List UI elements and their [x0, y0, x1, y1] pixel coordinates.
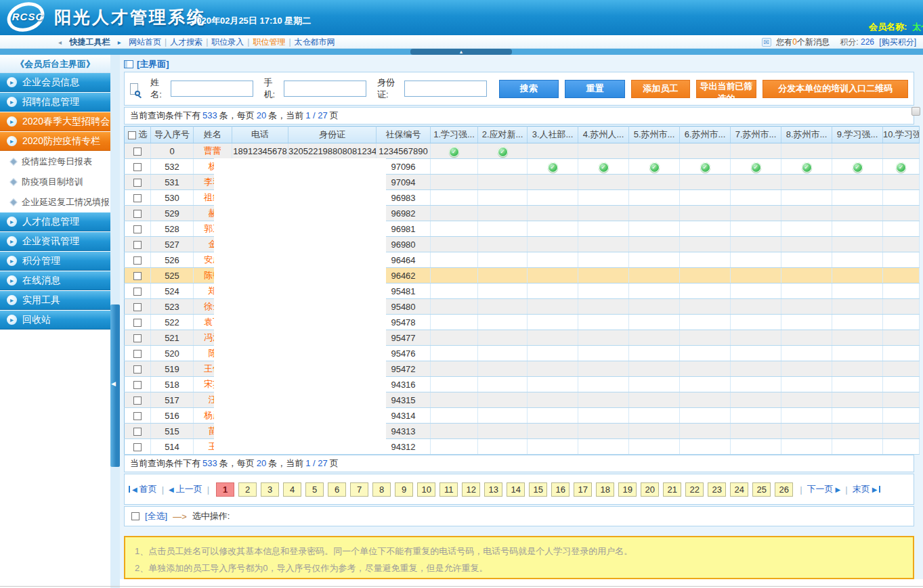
row-checkbox[interactable] [133, 163, 142, 171]
sidebar-item[interactable]: ▸企业会员信息 [0, 73, 110, 92]
sidebar-item[interactable]: ▸2020春季大型招聘会 [0, 112, 110, 131]
sidebar-collapse-handle[interactable]: ◀ [110, 304, 120, 467]
course-status-cell [528, 190, 578, 206]
row-checkbox[interactable] [133, 179, 142, 187]
row-checkbox[interactable] [133, 350, 142, 358]
page-button[interactable]: 26 [775, 482, 793, 497]
page-button[interactable]: 21 [663, 482, 681, 497]
tab-main[interactable]: [主界面] [124, 58, 169, 70]
page-button[interactable]: 25 [752, 482, 771, 497]
sidebar-item[interactable]: 企业延迟复工情况填报 [0, 192, 110, 212]
idcard-input[interactable] [404, 81, 487, 97]
row-checkbox[interactable] [133, 148, 142, 156]
nav-link[interactable]: 职位管理 [253, 37, 285, 47]
course-status-cell [431, 330, 478, 346]
page-button[interactable]: 17 [574, 482, 592, 497]
row-checkbox[interactable] [133, 412, 142, 420]
page-button[interactable]: 20 [641, 482, 659, 497]
row-checkbox[interactable] [133, 303, 142, 311]
employee-name-link[interactable]: 曹蕾 [204, 145, 221, 156]
page-button[interactable]: 23 [708, 482, 726, 497]
first-page-button[interactable]: ◀ 首页 [129, 483, 157, 495]
next-page-button[interactable]: 下一页 ▶ [807, 483, 841, 495]
reset-button[interactable]: 重置 [565, 80, 625, 98]
chevron-right-icon[interactable]: ▸ [118, 39, 121, 46]
course-status-cell [528, 143, 578, 159]
page-button[interactable]: 12 [462, 482, 480, 497]
page-button[interactable]: 1 [216, 482, 234, 497]
page-button[interactable]: 10 [417, 482, 435, 497]
nav-link[interactable]: 网站首页 [129, 37, 161, 47]
course-status-cell [832, 346, 883, 361]
course-status-cell [731, 330, 781, 346]
chevron-left-icon[interactable]: ◂ [58, 39, 62, 46]
sidebar-item[interactable]: ▸招聘信息管理 [0, 93, 110, 112]
row-checkbox[interactable] [133, 210, 142, 218]
page-button[interactable]: 22 [685, 482, 704, 497]
row-checkbox[interactable] [133, 381, 142, 389]
sidebar-item[interactable]: ▸回收站 [0, 311, 110, 330]
page-button[interactable]: 3 [261, 482, 279, 497]
column-header: 2.应对新... [478, 127, 528, 143]
row-checkbox[interactable] [133, 365, 142, 374]
row-checkbox[interactable] [133, 288, 142, 296]
sidebar-item[interactable]: ▸实用工具 [0, 291, 110, 310]
row-checkbox[interactable] [133, 397, 142, 405]
page-button[interactable]: 24 [730, 482, 748, 497]
page-button[interactable]: 2 [238, 482, 257, 497]
row-checkbox[interactable] [133, 334, 142, 342]
phone-input[interactable] [284, 81, 366, 97]
sidebar-item[interactable]: 防疫项目制培训 [0, 172, 110, 191]
name-input[interactable] [171, 81, 253, 97]
sidebar-item[interactable]: ▸积分管理 [0, 252, 110, 271]
buy-points-link[interactable]: [购买积分] [879, 37, 916, 47]
import-seq-cell: 520 [151, 346, 194, 361]
page-button[interactable]: 6 [328, 482, 346, 497]
page-button[interactable]: 16 [551, 482, 570, 497]
sidebar-item[interactable]: ▸在线消息 [0, 271, 110, 290]
page-button[interactable]: 13 [484, 482, 502, 497]
page-button[interactable]: 7 [350, 482, 368, 497]
page-button[interactable]: 4 [283, 482, 301, 497]
nav-link[interactable]: 职位录入 [211, 37, 244, 47]
row-checkbox[interactable] [133, 225, 142, 233]
distribute-qr-button[interactable]: 分发本单位的培训入口二维码 [763, 80, 908, 98]
sidebar-item[interactable]: ▸2020防控疫情专栏 [0, 132, 110, 151]
nav-links: 网站首页|人才搜索|职位录入|职位管理|太仓都市网 [129, 37, 335, 47]
last-page-button[interactable]: 末页 ▶ [853, 483, 881, 495]
select-all-header-checkbox[interactable] [128, 131, 136, 139]
collapse-panel-button[interactable]: ▲ [410, 49, 512, 55]
prev-page-button[interactable]: ◀ 上一页 [169, 483, 202, 495]
row-checkbox[interactable] [133, 319, 142, 327]
nav-link[interactable]: 人才搜索 [170, 37, 202, 47]
table-row: 0曹蕾1891234567832052219880808123412345678… [125, 143, 920, 159]
page-button[interactable]: 8 [372, 482, 391, 497]
nav-link[interactable]: 太仓都市网 [295, 37, 335, 47]
sidebar-item[interactable]: ▸企业资讯管理 [0, 232, 110, 251]
export-filtered-button[interactable]: 导出当前已筛选的 [696, 80, 756, 98]
page-button[interactable]: 9 [395, 482, 413, 497]
select-all-checkbox[interactable] [131, 512, 139, 520]
row-checkbox[interactable] [133, 443, 142, 451]
page-button[interactable]: 15 [529, 482, 547, 497]
row-checkbox[interactable] [133, 194, 142, 202]
row-checkbox[interactable] [133, 272, 142, 280]
page-button[interactable]: 5 [305, 482, 324, 497]
row-select-cell [125, 392, 151, 408]
page-button[interactable]: 11 [439, 482, 458, 497]
course-status-cell [883, 346, 920, 361]
sidebar-item[interactable]: ▸人才信息管理 [0, 212, 110, 231]
messages-text[interactable]: 您有0个新消息 [776, 37, 830, 47]
app-header: RCSC 阳光人才管理系统 2020年02月25日 17:10 星期二 会员名称… [0, 0, 923, 35]
scrollbar-thumb[interactable] [911, 107, 920, 116]
sidebar-item[interactable]: 疫情监控每日报表 [0, 152, 110, 171]
page-button[interactable]: 19 [618, 482, 637, 497]
search-button[interactable]: 搜索 [499, 80, 559, 98]
row-checkbox[interactable] [133, 428, 142, 436]
row-checkbox[interactable] [133, 256, 142, 265]
select-all-link[interactable]: [全选] [145, 510, 167, 522]
page-button[interactable]: 18 [596, 482, 614, 497]
add-employee-button[interactable]: 添加员工 [631, 80, 690, 98]
row-checkbox[interactable] [133, 241, 142, 249]
page-button[interactable]: 14 [507, 482, 525, 497]
